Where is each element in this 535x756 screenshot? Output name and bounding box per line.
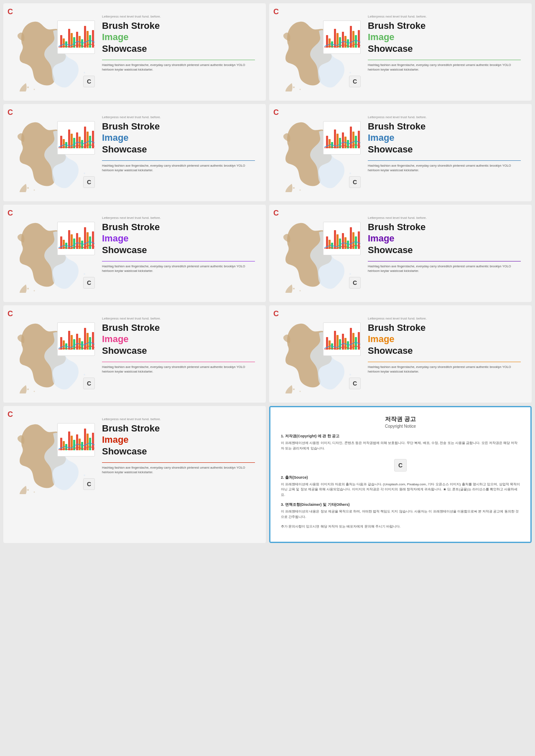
card-footer-6 <box>269 299 532 302</box>
card-subtitle-4: Image <box>368 132 521 143</box>
card-content-1: Letterpress next level trust fund. befor… <box>100 10 259 91</box>
card-desc-9: Hashtag fashion axe fingerstache, everyd… <box>102 465 255 475</box>
card-meta-3: Letterpress next level trust fund. befor… <box>102 115 255 119</box>
card-meta-4: Letterpress next level trust fund. befor… <box>368 115 521 119</box>
svg-point-15 <box>27 187 29 189</box>
card-meta-9: Letterpress next level trust fund. befor… <box>102 417 255 421</box>
card-showcase-7: Showcase <box>102 345 255 356</box>
card-divider-9 <box>102 462 255 463</box>
svg-point-45 <box>293 388 295 390</box>
copyright-section-4-text: 추가 문의사항이 있으시면 해당 저작자 또는 배포자에게 문의해 주시기 바랍… <box>281 524 520 530</box>
copyright-section-2-title: 2. 출처(Source) <box>281 475 520 480</box>
c-badge-9: C <box>83 478 95 490</box>
card-logo-2: C <box>273 8 279 16</box>
c-badge-7: C <box>83 378 95 389</box>
svg-point-17 <box>84 173 85 174</box>
card-3: C <box>3 104 266 201</box>
c-badge-1: C <box>83 76 95 87</box>
card-showcase-9: Showcase <box>102 446 255 457</box>
card-desc-2: Hashtag fashion axe fingerstache, everyd… <box>368 63 521 72</box>
card-footer-8 <box>269 400 532 403</box>
card-showcase-2: Showcase <box>368 43 521 54</box>
card-title-2: Brush Stroke <box>368 20 521 31</box>
card-1: C <box>3 3 266 101</box>
card-desc-1: Hashtag fashion axe fingerstache, everyd… <box>102 63 255 72</box>
card-9: C <box>3 406 266 543</box>
card-divider-6 <box>368 261 521 261</box>
copyright-section-1: 1. 저작권(Copyright) 에 관 한 공고 이 프레젠테이션에 사용된… <box>281 434 520 452</box>
card-title-5: Brush Stroke <box>102 222 255 232</box>
copyright-section-3: 3. 면책조항(Disclaimer) 및 기타(Others) 이 프레젠테이… <box>281 502 520 520</box>
card-subtitle-6: Image <box>368 233 521 244</box>
card-meta-1: Letterpress next level trust fund. befor… <box>102 14 255 19</box>
card-image-area-2: C <box>283 18 361 91</box>
card-2: C <box>269 3 532 101</box>
card-logo-6: C <box>273 209 279 218</box>
copyright-section-2-text: 이 프레젠테이션에 사용된 이미지와 자료의 출처는 다음과 같습니다. (Un… <box>281 482 520 498</box>
svg-point-29 <box>84 273 85 275</box>
card-showcase-4: Showcase <box>368 144 521 155</box>
svg-point-28 <box>34 290 35 292</box>
card-subtitle-3: Image <box>102 132 255 143</box>
svg-point-21 <box>293 187 295 189</box>
copyright-badge: C <box>394 459 407 472</box>
copyright-subtitle: Copyright Notice <box>385 424 416 429</box>
c-badge-6: C <box>349 277 361 289</box>
card-content-9: Letterpress next level trust fund. befor… <box>100 413 259 534</box>
svg-point-23 <box>349 173 351 174</box>
card-8: C <box>269 305 532 403</box>
c-badge-4: C <box>349 176 361 188</box>
copyright-section-1-title: 1. 저작권(Copyright) 에 관 한 공고 <box>281 434 520 439</box>
card-subtitle-1: Image <box>102 32 255 42</box>
copyright-card: 저작권 공고 Copyright Notice 1. 저작권(Copyright… <box>269 406 532 543</box>
card-4: C <box>269 104 532 201</box>
card-desc-7: Hashtag fashion axe fingerstache, everyd… <box>102 365 255 374</box>
card-footer-7 <box>3 400 266 403</box>
card-footer-9 <box>3 540 266 543</box>
svg-point-16 <box>34 190 35 191</box>
card-subtitle-2: Image <box>368 32 521 42</box>
card-title-7: Brush Stroke <box>102 322 255 333</box>
svg-point-39 <box>27 388 29 390</box>
card-title-8: Brush Stroke <box>368 322 521 333</box>
card-image-area-1: C <box>18 18 95 91</box>
card-6: C <box>269 205 532 302</box>
card-image-area-9: C <box>18 421 95 494</box>
card-footer-4 <box>269 199 532 201</box>
copyright-section-3-text: 이 프레젠테이션의 내용은 정보 제공을 목적으로 하며, 어떠한 법적 책임도… <box>281 509 520 520</box>
card-image-area-6: C <box>283 220 361 293</box>
copyright-section-1-text: 이 프레젠테이션에 사용된 이미지, 디자인, 콘텐츠 등은 저작권법에 의해 … <box>281 441 520 452</box>
card-meta-2: Letterpress next level trust fund. befor… <box>368 14 521 19</box>
card-image-area-8: C <box>283 320 361 393</box>
card-7: C <box>3 305 266 403</box>
c-badge-3: C <box>83 176 95 188</box>
copyright-section-3-title: 3. 면책조항(Disclaimer) 및 기타(Others) <box>281 502 520 507</box>
card-showcase-6: Showcase <box>368 245 521 255</box>
card-subtitle-8: Image <box>368 334 521 344</box>
card-divider-4 <box>368 160 521 161</box>
card-image-area-3: C <box>18 119 95 192</box>
card-desc-8: Hashtag fashion axe fingerstache, everyd… <box>368 365 521 374</box>
card-content-5: Letterpress next level trust fund. befor… <box>100 211 259 293</box>
svg-point-9 <box>293 86 295 88</box>
svg-point-35 <box>349 273 351 275</box>
card-divider-8 <box>368 362 521 362</box>
card-title-6: Brush Stroke <box>368 222 521 232</box>
svg-point-41 <box>84 374 85 375</box>
svg-point-40 <box>34 391 35 392</box>
card-logo-8: C <box>273 310 279 318</box>
card-divider-2 <box>368 60 521 60</box>
copyright-section-4: 추가 문의사항이 있으시면 해당 저작자 또는 배포자에게 문의해 주시기 바랍… <box>281 524 520 530</box>
card-image-area-5: C <box>18 220 95 293</box>
card-content-6: Letterpress next level trust fund. befor… <box>366 211 525 293</box>
card-showcase-3: Showcase <box>102 144 255 155</box>
card-desc-5: Hashtag fashion axe fingerstache, everyd… <box>102 264 255 274</box>
svg-point-47 <box>349 374 351 375</box>
card-desc-6: Hashtag fashion axe fingerstache, everyd… <box>368 264 521 274</box>
card-title-3: Brush Stroke <box>102 121 255 132</box>
card-meta-8: Letterpress next level trust fund. befor… <box>368 316 521 321</box>
card-logo-4: C <box>273 108 279 117</box>
card-image-area-4: C <box>283 119 361 192</box>
card-content-7: Letterpress next level trust fund. befor… <box>100 312 259 393</box>
card-desc-3: Hashtag fashion axe fingerstache, everyd… <box>102 163 255 173</box>
